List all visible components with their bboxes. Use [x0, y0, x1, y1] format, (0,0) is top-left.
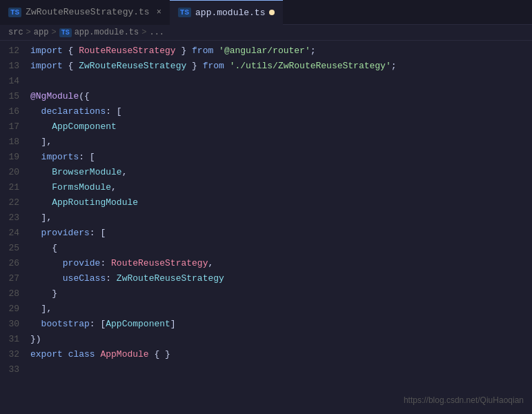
- line-32: 32 export class AppModule { }: [0, 347, 532, 362]
- breadcrumb-file: app.module.ts: [75, 28, 139, 37]
- line-27: 27 useClass: ZwRouteReuseStrategy: [0, 271, 532, 286]
- line-26: 26 provide: RouteReuseStrategy,: [0, 256, 532, 271]
- ts-icon-appmodule: TS: [178, 8, 191, 17]
- tab-appmodule-label: app.module.ts: [195, 8, 265, 18]
- breadcrumb-ts-icon: TS: [59, 28, 72, 37]
- breadcrumb-src: src: [8, 28, 23, 37]
- line-29: 29 ],: [0, 302, 532, 317]
- line-16: 16 declarations: [: [0, 104, 532, 119]
- tab-zwroute-close[interactable]: ×: [157, 8, 161, 17]
- tab-zwroute[interactable]: TS ZwRouteReuseStrategy.ts ×: [0, 0, 170, 25]
- line-19: 19 imports: [: [0, 150, 532, 165]
- breadcrumb: src > app > TS app.module.ts > ...: [0, 25, 532, 41]
- line-13: 13 import { ZwRouteReuseStrategy } from …: [0, 59, 532, 74]
- tab-bar: TS ZwRouteReuseStrategy.ts × TS app.modu…: [0, 0, 532, 25]
- line-24: 24 providers: [: [0, 226, 532, 241]
- tab-modified-dot: [269, 10, 275, 15]
- line-15: 15 @NgModule({: [0, 89, 532, 104]
- tab-zwroute-label: ZwRouteReuseStrategy.ts: [26, 7, 149, 17]
- breadcrumb-sep-1: >: [26, 28, 31, 37]
- line-18: 18 ],: [0, 135, 532, 150]
- line-17: 17 AppComponent: [0, 119, 532, 135]
- watermark: https://blog.csdn.net/QiuHaoqian: [404, 395, 524, 405]
- line-33: 33: [0, 362, 532, 377]
- line-30: 30 bootstrap: [AppComponent]: [0, 317, 532, 332]
- ts-icon-zwroute: TS: [8, 8, 21, 17]
- editor[interactable]: 12 import { RouteReuseStrategy } from '@…: [0, 41, 532, 411]
- breadcrumb-sep-3: >: [141, 28, 146, 37]
- line-20: 20 BrowserModule,: [0, 165, 532, 180]
- tab-appmodule[interactable]: TS app.module.ts: [170, 0, 284, 25]
- line-28: 28 }: [0, 286, 532, 302]
- line-31: 31 }): [0, 332, 532, 347]
- line-22: 22 AppRoutingModule: [0, 195, 532, 210]
- line-14: 14: [0, 74, 532, 89]
- line-25: 25 {: [0, 241, 532, 256]
- breadcrumb-ellipsis: ...: [149, 28, 164, 37]
- line-21: 21 FormsModule,: [0, 180, 532, 195]
- breadcrumb-sep-2: >: [51, 28, 56, 37]
- line-23: 23 ],: [0, 210, 532, 226]
- breadcrumb-app: app: [34, 28, 49, 37]
- line-12: 12 import { RouteReuseStrategy } from '@…: [0, 43, 532, 59]
